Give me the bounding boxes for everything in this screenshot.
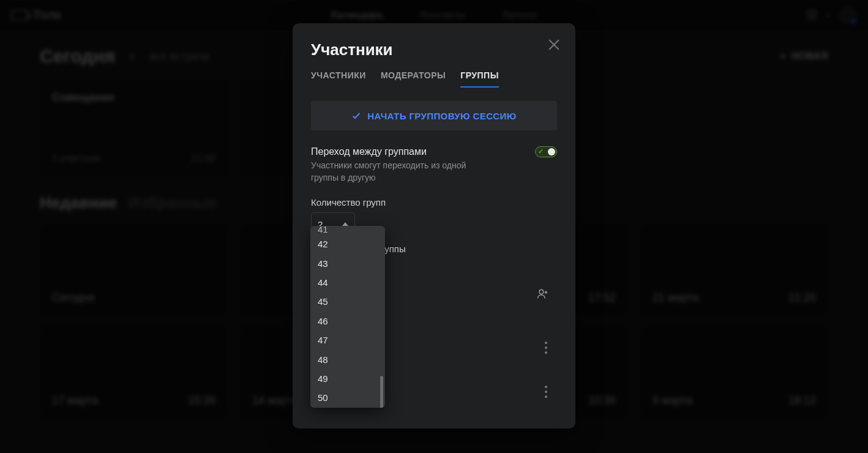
add-user-icon[interactable] bbox=[536, 288, 548, 300]
modal-tabs: УЧАСТНИКИ МОДЕРАТОРЫ ГРУППЫ bbox=[311, 70, 557, 88]
dropdown-option[interactable]: 42 bbox=[310, 234, 385, 253]
svg-point-0 bbox=[539, 290, 544, 294]
dropdown-option[interactable]: 47 bbox=[310, 331, 385, 350]
modal-title: Участники bbox=[311, 40, 557, 59]
start-button-label: НАЧАТЬ ГРУППОВУЮ СЕССИЮ bbox=[367, 111, 516, 121]
transition-setting: Переход между группами Участники смогут … bbox=[311, 146, 557, 184]
scrollbar-thumb[interactable] bbox=[380, 376, 383, 408]
dropdown-option[interactable]: 41 bbox=[310, 226, 385, 234]
transition-label: Переход между группами bbox=[311, 146, 495, 157]
transition-toggle[interactable]: ✓ bbox=[535, 146, 557, 157]
close-icon[interactable] bbox=[546, 37, 562, 53]
dropdown-option[interactable]: 49 bbox=[310, 369, 385, 388]
dropdown-option[interactable]: 48 bbox=[310, 350, 385, 369]
group-count-dropdown: 41 42 43 44 45 46 47 48 49 50 bbox=[310, 226, 385, 408]
start-group-session-button[interactable]: НАЧАТЬ ГРУППОВУЮ СЕССИЮ bbox=[311, 101, 557, 130]
tab-groups[interactable]: ГРУППЫ bbox=[460, 70, 499, 88]
dropdown-option[interactable]: 44 bbox=[310, 273, 385, 292]
tab-participants[interactable]: УЧАСТНИКИ bbox=[311, 70, 366, 88]
more-icon[interactable] bbox=[545, 342, 547, 354]
tab-moderators[interactable]: МОДЕРАТОРЫ bbox=[381, 70, 446, 88]
transition-description: Участники смогут переходить из одной гру… bbox=[311, 160, 495, 184]
more-icon[interactable] bbox=[545, 386, 547, 398]
group-count-label: Количество групп bbox=[311, 197, 557, 208]
dropdown-option[interactable]: 50 bbox=[310, 388, 385, 407]
dropdown-option[interactable]: 46 bbox=[310, 312, 385, 331]
dropdown-option[interactable]: 43 bbox=[310, 253, 385, 272]
check-icon: ✓ bbox=[538, 148, 544, 155]
dropdown-option[interactable]: 45 bbox=[310, 292, 385, 311]
check-icon bbox=[351, 111, 361, 121]
